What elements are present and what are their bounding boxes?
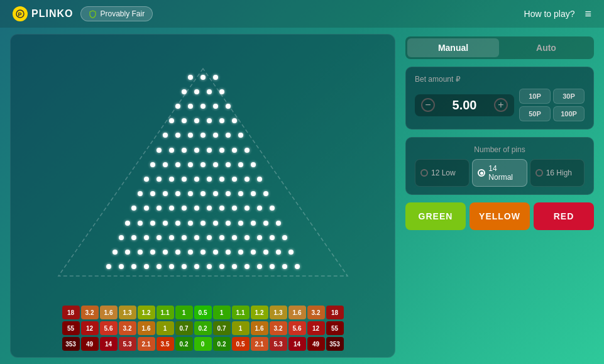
multiplier-row: 55125.63.21.610.70.20.711.63.25.61255	[17, 321, 388, 335]
bet-label: Bet amount ₽	[415, 75, 585, 84]
pin	[207, 118, 212, 123]
multiplier-cell: 1	[175, 306, 193, 319]
tab-manual[interactable]: Manual	[407, 38, 499, 57]
pin	[144, 206, 149, 211]
multiplier-cell: 1	[156, 321, 174, 335]
header: P PLINKO Provably Fair How to play? ≡	[0, 0, 604, 28]
pin	[213, 75, 218, 80]
pin	[156, 264, 162, 269]
pin	[263, 250, 268, 255]
pin	[188, 191, 193, 196]
pin	[194, 118, 199, 123]
how-to-play-link[interactable]: How to play?	[524, 9, 575, 19]
multiplier-cell: 2.1	[138, 337, 155, 351]
green-button[interactable]: GREEN	[405, 202, 466, 230]
pin	[182, 264, 187, 269]
multiplier-cell: 0.5	[232, 337, 250, 351]
pin-row	[102, 264, 304, 269]
pin	[232, 177, 237, 182]
pin	[219, 235, 224, 240]
pins-option-16-high[interactable]: 16 High	[530, 159, 585, 187]
pin	[200, 250, 206, 255]
pin	[182, 235, 187, 240]
pin	[251, 221, 256, 226]
pin	[288, 250, 294, 255]
quick-bet-10[interactable]: 10P	[519, 89, 551, 104]
tab-auto[interactable]: Auto	[500, 38, 592, 57]
multiplier-cell: 0	[194, 337, 212, 351]
multiplier-cell: 1.2	[138, 306, 155, 319]
pin	[138, 221, 143, 226]
quick-bet-100[interactable]: 100P	[553, 106, 585, 121]
pin	[175, 250, 180, 255]
pin	[226, 191, 231, 196]
pin	[207, 177, 212, 182]
pin	[238, 250, 243, 255]
multiplier-cell: 12	[81, 321, 99, 335]
radio-inner	[480, 172, 483, 175]
pin	[106, 264, 111, 269]
pin-row	[121, 221, 285, 226]
multiplier-cell: 14	[288, 337, 306, 351]
multiplier-cell: 0.2	[194, 321, 212, 335]
pin	[219, 118, 224, 123]
provably-fair-button[interactable]: Provably Fair	[80, 6, 153, 21]
header-right: How to play? ≡	[524, 8, 591, 21]
multiplier-cell: 3.2	[81, 306, 99, 319]
quick-bet-50[interactable]: 50P	[519, 106, 551, 121]
pin	[263, 221, 268, 226]
bet-decrease-button[interactable]: −	[421, 98, 435, 112]
pin-row	[140, 177, 266, 182]
pin	[295, 264, 300, 269]
pin	[175, 133, 180, 138]
pin-row	[184, 75, 222, 80]
pin	[150, 191, 155, 196]
multiplier-cell: 1.3	[119, 306, 136, 319]
pin	[257, 206, 262, 211]
pin	[226, 162, 231, 167]
pin	[188, 75, 193, 80]
pin	[207, 206, 212, 211]
multiplier-cell: 1.3	[270, 306, 287, 319]
pin	[182, 177, 187, 182]
pin	[226, 250, 231, 255]
pins-option-12-low[interactable]: 12 Low	[415, 159, 469, 187]
yellow-button[interactable]: YELLOW	[469, 202, 530, 230]
pin	[257, 235, 262, 240]
pins-option-14-normal[interactable]: 14 Normal	[472, 159, 527, 187]
pin	[226, 104, 231, 109]
pin	[238, 221, 243, 226]
pin	[156, 148, 162, 153]
multiplier-cell: 0.2	[175, 337, 193, 351]
pin	[150, 250, 155, 255]
pin	[213, 191, 218, 196]
pin	[188, 104, 193, 109]
bet-value: 5.00	[441, 98, 488, 113]
bet-increase-button[interactable]: +	[494, 98, 508, 112]
pin	[219, 148, 224, 153]
pin	[213, 133, 218, 138]
pin	[257, 264, 262, 269]
logo-text: PLINKO	[31, 8, 73, 19]
multiplier-rows: 183.21.61.31.21.110.511.11.21.31.63.2185…	[17, 306, 388, 351]
red-button[interactable]: RED	[534, 202, 594, 230]
pin	[156, 177, 162, 182]
menu-icon[interactable]: ≡	[585, 8, 591, 21]
multiplier-cell: 1	[213, 306, 231, 319]
radio-16-high	[535, 169, 543, 177]
pin	[188, 250, 193, 255]
pin	[282, 264, 287, 269]
pin	[238, 133, 243, 138]
multiplier-cell: 0.5	[194, 306, 212, 319]
pin	[163, 191, 168, 196]
pin	[200, 133, 206, 138]
game-board: 183.21.61.31.21.110.511.11.21.31.63.2185…	[10, 34, 395, 358]
pin	[194, 206, 199, 211]
pin	[131, 264, 136, 269]
pin	[194, 235, 199, 240]
pin	[251, 250, 256, 255]
main-layout: 183.21.61.31.21.110.511.11.21.31.63.2185…	[0, 28, 604, 364]
bet-panel: Bet amount ₽ − 5.00 + 10P 30P 50P 100P	[405, 67, 594, 130]
quick-bet-30[interactable]: 30P	[553, 89, 585, 104]
quick-bet-row-1: 10P 30P	[519, 89, 585, 104]
